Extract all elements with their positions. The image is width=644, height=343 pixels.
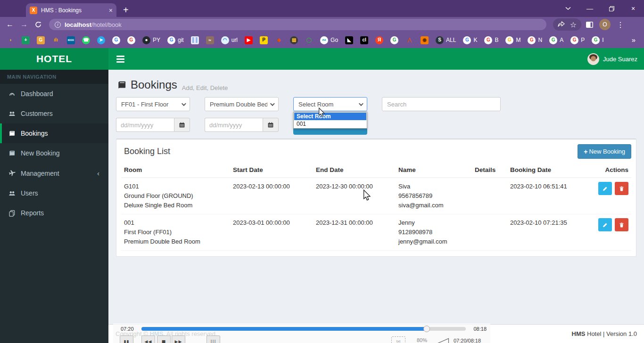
bookmark-item[interactable]: ▤ <box>288 36 300 44</box>
new-tab-button[interactable]: + <box>123 4 129 16</box>
page-header: Bookings Add, Edit, Delete <box>116 76 636 97</box>
calendar-icon-button[interactable] <box>263 118 279 132</box>
bookmark-item[interactable]: IEEE <box>65 36 77 44</box>
bookmark-item[interactable]: G B <box>482 36 500 44</box>
bookmark-favicon: G <box>528 36 536 44</box>
bookmark-item[interactable]: P <box>258 36 270 44</box>
bookmark-item[interactable]: + <box>20 36 32 44</box>
bookmark-item[interactable]: cl <box>358 36 370 44</box>
bookmark-item[interactable]: ◣ <box>343 36 355 44</box>
bookmark-item[interactable]: ∾ Go <box>318 36 340 44</box>
bookmark-item[interactable]: G M <box>504 36 522 44</box>
sidebar-item[interactable]: Reports <box>0 203 108 223</box>
bookmark-favicon: G <box>570 36 578 44</box>
sidebar-item[interactable]: Users <box>0 183 108 203</box>
player-seek-thumb[interactable] <box>423 326 430 332</box>
sidebar-item-label: Customers <box>21 110 95 117</box>
site-info-icon[interactable]: i <box>55 22 61 28</box>
bookmark-favicon: ● <box>142 36 150 44</box>
plus-icon: + <box>584 148 587 155</box>
stop-button[interactable]: ■ <box>157 335 171 343</box>
sidebar-item[interactable]: Dashboard <box>0 84 108 104</box>
back-icon[interactable]: ← <box>4 18 16 31</box>
close-button[interactable]: × <box>622 0 644 17</box>
chevron-down-icon[interactable] <box>557 0 579 17</box>
previous-button[interactable]: ◀◀ <box>141 335 155 343</box>
share-icon[interactable] <box>555 18 567 31</box>
browser-tab[interactable]: X HMS : Bookings × <box>26 3 116 17</box>
bookmark-item[interactable]: Я <box>373 36 385 44</box>
side-panel-icon[interactable] <box>583 18 595 31</box>
end-date-input[interactable] <box>205 118 263 132</box>
bookmark-item[interactable]: ● PY <box>140 36 162 44</box>
delete-booking-button[interactable] <box>615 218 628 231</box>
hamburger-icon[interactable] <box>108 48 132 70</box>
sidebar-item-icon <box>7 210 17 217</box>
room-dropdown-option[interactable]: Select Room <box>294 113 366 120</box>
table-body: G101 Ground Floor (GROUND) Deluxe Single… <box>121 178 631 251</box>
bookmark-item[interactable]: G I <box>590 36 605 44</box>
bookmark-item[interactable]: ║║ <box>189 36 201 44</box>
minimize-button[interactable]: — <box>579 0 601 17</box>
bookmark-star-icon[interactable]: ☆ <box>567 18 579 31</box>
search-input[interactable] <box>382 97 501 111</box>
filter-row-2 <box>116 118 636 132</box>
pause-button[interactable]: ▮▮ <box>120 335 133 343</box>
menu-kebab-icon[interactable]: ⋮ <box>614 18 627 31</box>
mixer-button[interactable]: ||| <box>206 335 220 343</box>
bookmark-item[interactable]: G K <box>461 36 479 44</box>
volume-horn-icon[interactable] <box>437 337 450 343</box>
edit-booking-button[interactable] <box>598 218 612 231</box>
bookmark-item[interactable]: ▶ <box>243 36 255 44</box>
delete-booking-button[interactable] <box>615 182 628 195</box>
profile-avatar[interactable]: O <box>599 19 611 30</box>
room-select[interactable]: Select Room <box>293 97 367 111</box>
bookmarks-overflow-icon[interactable]: » <box>629 36 638 44</box>
bookmark-favicon: G <box>127 36 135 44</box>
bookmark-item[interactable]: G N <box>526 36 544 44</box>
sidebar-item[interactable]: New Booking <box>0 143 108 163</box>
bookmark-item[interactable]: S ALL <box>434 36 458 44</box>
bookmark-item[interactable]: ◈ <box>273 36 285 44</box>
url-text: localhost/hotel/book <box>65 21 122 28</box>
reload-icon[interactable] <box>32 18 44 31</box>
room-type-select[interactable]: Premium Double Bed R <box>205 97 279 111</box>
filter-row-1: FF01 - First Floor Premium Double Bed R … <box>116 97 636 111</box>
bookmark-item[interactable]: G P <box>569 36 586 44</box>
bookmark-item[interactable]: G <box>388 36 400 44</box>
bookmark-item[interactable]: ⋀ <box>404 36 415 44</box>
bookmark-item[interactable]: ◗ <box>5 36 17 44</box>
bookmark-item[interactable]: G <box>110 36 122 44</box>
forward-icon[interactable]: → <box>18 18 30 31</box>
room-dropdown-option[interactable]: 001 <box>294 120 366 128</box>
new-booking-button[interactable]: + New Booking <box>578 144 631 159</box>
bookmark-item[interactable]: G git <box>165 36 186 44</box>
bookmark-item[interactable]: G <box>125 36 137 44</box>
tab-close-icon[interactable]: × <box>109 7 113 14</box>
edit-booking-button[interactable] <box>598 182 612 195</box>
start-date-input[interactable] <box>116 118 174 132</box>
bookmark-item[interactable]: G <box>35 36 47 44</box>
sidebar-item[interactable]: Bookings <box>0 123 108 143</box>
next-button[interactable]: ▶▶ <box>172 335 185 343</box>
bookmark-item[interactable]: ılı <box>50 36 62 44</box>
brand-logo[interactable]: HOTEL <box>0 48 108 70</box>
sidebar-item[interactable]: Customers <box>0 104 108 123</box>
calendar-icon-button[interactable] <box>174 118 190 132</box>
bookmark-item[interactable]: ◉ <box>419 36 430 44</box>
sidebar-item[interactable]: Management ‹ <box>0 163 108 183</box>
user-menu[interactable]: Jude Suarez <box>581 48 644 70</box>
start-date-cell: 2023-03-01 00:00:00 <box>233 218 316 246</box>
restore-button[interactable] <box>601 0 622 17</box>
subtitle-toggle[interactable]: txt <box>391 336 405 343</box>
bookmark-item[interactable]: ◯ <box>303 36 315 44</box>
player-seek-bar[interactable] <box>141 327 466 331</box>
bookmark-item[interactable]: ➤ <box>95 36 107 44</box>
bookmark-item[interactable]: ☎ <box>80 36 92 44</box>
address-bar[interactable]: i localhost/hotel/book <box>49 19 546 30</box>
bookmark-item[interactable]: tv <box>204 36 216 44</box>
bookmark-item[interactable]: ◠ url <box>219 36 239 44</box>
floor-select[interactable]: FF01 - First Floor <box>116 97 190 111</box>
player-total-time: 08:18 <box>471 326 487 332</box>
bookmark-item[interactable]: G A <box>547 36 565 44</box>
